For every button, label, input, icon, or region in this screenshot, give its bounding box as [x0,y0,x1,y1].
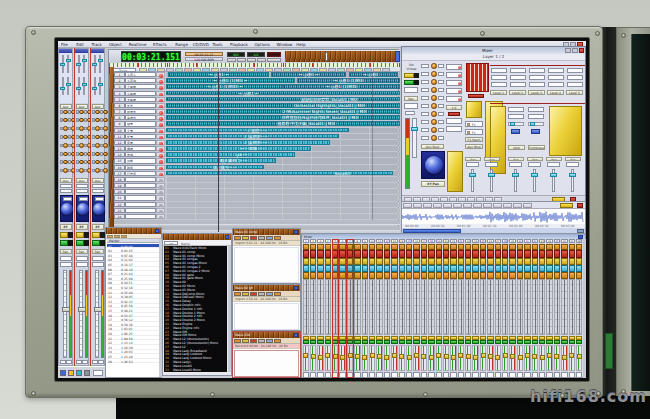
channel-button-orange2[interactable] [539,272,545,279]
window-close-button[interactable] [579,48,584,53]
aux-knob[interactable] [95,160,100,165]
step-grid[interactable] [466,63,489,92]
channel-button-red[interactable] [450,250,456,258]
channel-button-orange[interactable] [532,244,538,250]
channel-button-orange2[interactable] [303,272,309,279]
channel-button-orange[interactable] [517,244,523,250]
rack-pan-label[interactable]: Pan [404,96,418,101]
channel-mute-button[interactable] [524,340,530,344]
channel-mute-button[interactable] [369,340,375,344]
toolbar-button[interactable] [274,339,281,343]
channel-button-orange2[interactable] [310,272,316,279]
channel-mini-fader[interactable] [451,355,456,360]
channel-fader-track[interactable] [450,279,456,335]
channel-button-yellow[interactable] [495,258,501,265]
channel-button-orange[interactable] [391,244,397,250]
eq-slider-handle[interactable] [82,83,87,86]
audio-clip[interactable]: → 一回眸—— [166,146,311,151]
channel-fader-track[interactable] [413,279,419,335]
record-arm-cell[interactable] [156,158,165,163]
toolbar-button[interactable] [423,203,432,208]
channel-mute-button[interactable] [413,340,419,344]
channel-solo-button[interactable] [369,336,375,340]
channel-fader-track[interactable] [436,279,442,335]
eq-slider-track[interactable] [99,55,101,73]
channel-solo-button[interactable] [546,336,552,340]
channel-button-red[interactable] [317,250,323,258]
channel-mini-fader[interactable] [495,355,500,360]
send-box[interactable] [446,72,462,78]
channel-mute-button[interactable] [487,340,493,344]
menu-item[interactable]: Help [296,42,305,47]
fader-handle[interactable] [62,307,70,312]
rack-titlebar[interactable]: Mixer [402,47,585,54]
channel-button-red[interactable] [546,250,552,258]
fx-box[interactable] [528,107,544,112]
channel-mute-button[interactable] [406,340,412,344]
record-arm-cell[interactable] [156,134,165,139]
menu-item[interactable]: Track [91,42,101,47]
channel-button-orange2[interactable] [413,272,419,279]
gain-slider[interactable] [92,232,100,238]
channel-button-orange2[interactable] [532,272,538,279]
channel-button-cyan[interactable] [399,265,405,272]
channel-button-red[interactable] [480,250,486,258]
channel-button-yellow[interactable] [532,258,538,265]
channel-solo-button[interactable] [399,336,405,340]
record-arm-cell[interactable] [156,115,165,120]
channel-button-yellow[interactable] [436,258,442,265]
toolbar-button[interactable] [139,68,147,72]
aux-knob[interactable] [103,168,108,173]
channel-fader-track[interactable] [384,279,390,335]
channel-mute-button[interactable] [436,340,442,344]
channel-solo-button[interactable] [421,336,427,340]
channel-button-yellow[interactable] [472,258,478,265]
aux-knob[interactable] [95,143,100,148]
record-arm-cell[interactable] [156,121,165,126]
track-name[interactable] [125,177,156,182]
channel-button-cyan[interactable] [303,265,309,272]
channel-button-yellow[interactable] [413,258,419,265]
channel-mute-button[interactable] [546,340,552,344]
menu-item[interactable]: Range [175,42,188,47]
channel-button-yellow[interactable] [354,258,360,265]
aux-knob[interactable] [95,152,100,157]
record-arm-cell[interactable] [156,97,165,102]
level-box[interactable] [567,75,583,80]
record-arm-cell[interactable] [156,146,165,151]
channel-fader-track[interactable] [554,279,560,335]
channel-mute-button[interactable] [517,340,523,344]
channel-solo-button[interactable] [317,336,323,340]
audio-clip[interactable]: → 小曲1 (1)MIDI ← [166,84,283,89]
channel-mini-fader[interactable] [429,355,434,360]
transport-corner-button[interactable] [395,51,400,62]
mini-slider-handle[interactable] [510,122,515,126]
toolbar-button[interactable] [493,203,502,208]
toolbar-button[interactable] [234,339,241,343]
record-arm-cell[interactable] [156,177,165,182]
channel-button-yellow[interactable] [406,258,412,265]
window-button[interactable] [578,235,583,239]
audio-clip[interactable]: → 小曲1 (1)MIDI [283,84,400,89]
channel-button-orange2[interactable] [339,272,345,279]
channel-button-orange[interactable] [428,244,434,250]
audio-clip[interactable]: → 小曲1 ← [271,72,346,77]
channel-fader-track[interactable] [310,279,316,335]
menu-item[interactable]: Realtime [129,42,147,47]
channel-fader-track[interactable] [369,279,375,335]
aux-knob[interactable] [79,118,84,123]
channel-mute-button[interactable] [391,340,397,344]
eq-slider-track[interactable] [67,55,69,73]
toolbar-button[interactable] [310,68,318,72]
audio-clip[interactable]: 最天真的门—— [166,158,276,163]
channel-button-red[interactable] [495,250,501,258]
channel-mini-fader[interactable] [525,353,530,358]
channel-button-red[interactable] [487,250,493,258]
eq-slider-track[interactable] [83,77,85,95]
channel-button-red[interactable] [532,250,538,258]
record-arm-cell[interactable] [156,84,165,89]
red-pill-button[interactable] [468,94,484,98]
toolbar-button[interactable] [266,339,273,343]
blue-button[interactable] [531,129,540,134]
toolbar-button[interactable] [193,68,201,72]
